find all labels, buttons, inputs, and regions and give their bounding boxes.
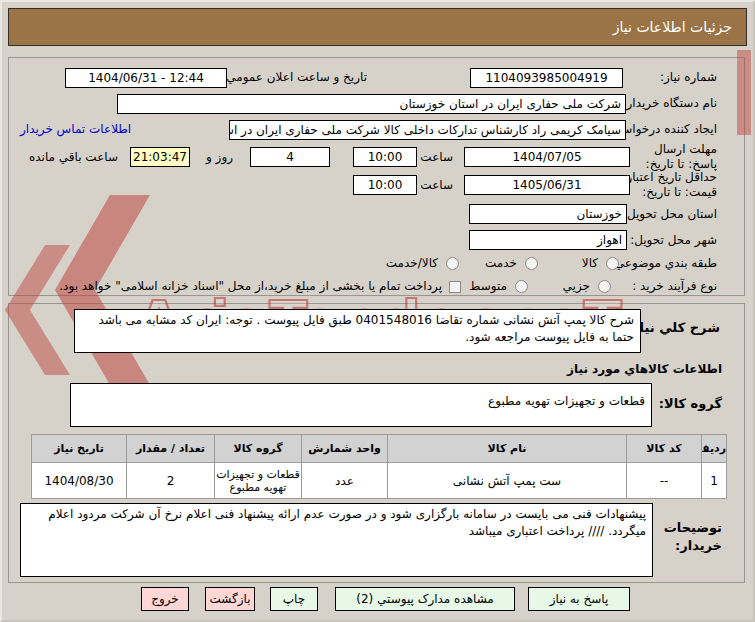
radio-minor[interactable] [598, 280, 611, 293]
items-table-header-row: رديف کد کالا نام کالا واحد شمارش گروه کا… [32, 435, 727, 463]
radio-goods-service[interactable] [446, 257, 459, 270]
validity-time-field[interactable]: 10:00 [353, 175, 417, 195]
need-number-label: شماره نياز: [660, 70, 717, 84]
cell-need-date: 1404/08/30 [32, 463, 127, 499]
deadline-days-field[interactable]: 4 [250, 147, 330, 167]
radio-goods-label: کالا [582, 256, 598, 270]
province-label: استان محل تحويل: [623, 207, 717, 221]
description-textarea[interactable]: شرح کالا پمپ آتش نشانی شماره تقاضا 04015… [74, 309, 641, 353]
process-type-label: نوع فرآيند خريد : [632, 279, 717, 293]
buyer-notes-textarea[interactable]: پیشنهادات فنی می بایست در سامانه بارگزار… [20, 503, 653, 577]
radio-service-label: خدمت [485, 256, 517, 270]
time-remaining-label: ساعت باقي مانده [29, 150, 118, 164]
deadline-date-field[interactable]: 1404/07/05 [464, 147, 630, 167]
radio-medium-label: متوسط [469, 279, 507, 293]
treasury-payment-checkbox[interactable] [449, 281, 461, 293]
col-need-date: تاريخ نياز [32, 435, 127, 463]
province-field[interactable]: خوزستان [469, 204, 627, 224]
countdown-timer: 21:03:47 [130, 147, 190, 167]
city-label: شهر محل تحويل: [630, 233, 717, 247]
radio-medium[interactable] [515, 280, 528, 293]
validity-label: حداقل تاريخ اعتبار قيمت: تا تاريخ: [622, 170, 717, 200]
items-table: رديف کد کالا نام کالا واحد شمارش گروه کا… [31, 434, 727, 499]
exit-button[interactable]: خروج [141, 587, 189, 611]
col-quantity: تعداد / مقدار [127, 435, 215, 463]
validity-date-field[interactable]: 1405/06/31 [464, 175, 630, 195]
publish-datetime-label: تاريخ و ساعت اعلان عمومي: [222, 70, 367, 84]
validity-hour-label: ساعت [420, 178, 453, 192]
col-item-code: کد کالا [627, 435, 702, 463]
cell-quantity: 2 [127, 463, 215, 499]
creator-field[interactable]: سیامک کریمی راد کارشناس تدارکات داخلی کا… [229, 120, 626, 140]
item-group-field[interactable]: قطعات و تجهیزات تهویه مطبوع [70, 383, 652, 427]
buyer-contact-link[interactable]: اطلاعات تماس خريدار [20, 122, 131, 136]
cell-item-code: -- [627, 463, 702, 499]
deadline-hour-label: ساعت [420, 150, 453, 164]
deadline-time-field[interactable]: 10:00 [353, 147, 417, 167]
buyer-org-label: نام دستگاه خريدار: [623, 96, 718, 110]
view-attachments-button[interactable]: مشاهده مدارک پيوستي (2) [335, 587, 515, 611]
back-button[interactable]: بازگشت [205, 587, 255, 611]
col-row-number: رديف [702, 435, 727, 463]
radio-service[interactable] [525, 257, 538, 270]
cell-row-number: 1 [702, 463, 727, 499]
need-number-field[interactable]: 1104093985004919 [470, 68, 623, 88]
deadline-label: مهلت ارسال پاسخ: تا تاريخ: [629, 142, 717, 172]
treasury-payment-label: پرداخت تمام یا بخشی از مبلغ خرید،از محل … [59, 279, 442, 293]
items-section-heading: اطلاعات كالاهاي مورد نياز [567, 362, 722, 376]
buyer-org-field[interactable]: شرکت ملی حفاری ایران در استان خوزستان [117, 94, 626, 114]
radio-goods[interactable] [606, 257, 619, 270]
col-group: گروه کالا [215, 435, 302, 463]
radio-goods-service-label: کالا/خدمت [386, 256, 438, 270]
buyer-notes-label: توضيحات خريدار: [660, 519, 722, 555]
cell-item-name: ست پمپ آتش نشانی [388, 463, 627, 499]
radio-minor-label: جزيي [563, 279, 590, 293]
print-button[interactable]: چاپ [270, 587, 318, 611]
city-field[interactable]: اهواز [469, 230, 627, 250]
col-item-name: نام کالا [388, 435, 627, 463]
page-title: جزئيات اطلاعات نياز [8, 8, 747, 46]
respond-button[interactable]: پاسخ به نياز [528, 587, 630, 611]
cell-unit: عدد [302, 463, 388, 499]
publish-datetime-field[interactable]: 1404/06/31 - 12:44 [65, 68, 227, 88]
col-unit: واحد شمارش [302, 435, 388, 463]
cell-group: قطعات و تجهیزات تهویه مطبوع [215, 463, 302, 499]
table-row: 1 -- ست پمپ آتش نشانی عدد قطعات و تجهیزا… [32, 463, 727, 499]
classification-label: طبقه بندي موضوعي: [611, 256, 717, 270]
item-group-label: گروه كالا: [659, 396, 722, 411]
days-and-label: روز و [206, 150, 233, 164]
